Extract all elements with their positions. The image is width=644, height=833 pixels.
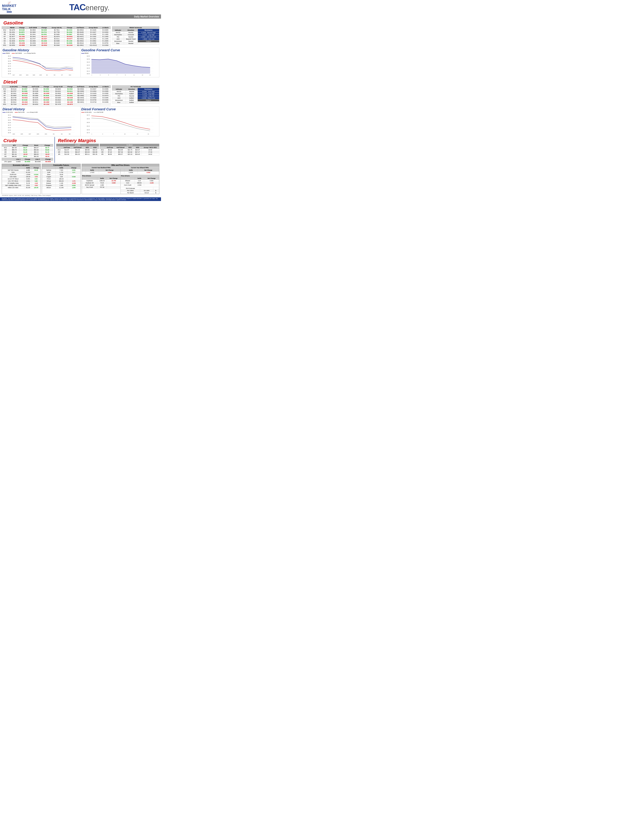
table-row: Nikkei 225 Index 28,240 125.00 bbox=[2, 187, 40, 189]
svg-text:10: 10 bbox=[124, 133, 126, 135]
rins-left: Current Year Biodiesel RINs SettleNet Ch… bbox=[82, 166, 121, 194]
table-row: Butane 1.130 -0.005 bbox=[42, 182, 80, 184]
gasoline-technicals: RBOB Technicals Indicator Direction Resi… bbox=[112, 26, 159, 47]
diesel-charts-row: Diesel History ULSD (HO) Gulf ULSD Group… bbox=[2, 106, 159, 136]
table-row: S&P 500 Futures 4,088 20.25 bbox=[2, 169, 40, 171]
diesel-title: Diesel bbox=[2, 78, 159, 85]
col-rbob: RBOB bbox=[8, 26, 17, 29]
table-row: DJIA 32,152 bbox=[2, 171, 40, 174]
col-date bbox=[2, 26, 8, 29]
svg-text:16: 16 bbox=[148, 133, 149, 135]
table-row: 9/12 $2.4479 $0.0148 $2.3832 $0.0150 $2.… bbox=[2, 29, 111, 31]
logo-text: MARKETTALK bbox=[2, 4, 16, 11]
table-row: Bias:Neutral bbox=[112, 42, 159, 45]
daily-overview-text: Daily Market Overview bbox=[134, 15, 159, 18]
table-row: CPL space 0.0055 $0.0055 -$0.0048 -$0.00… bbox=[2, 161, 53, 163]
table-row: Per Barrel$ 8.19$ - bbox=[121, 192, 159, 194]
footer-sources: *SOURCES: Nymex, CBOT, NYSE, ICE, NASDAQ… bbox=[0, 194, 161, 197]
svg-text:$2.95: $2.95 bbox=[8, 61, 11, 62]
crude-title: Crude bbox=[2, 137, 53, 144]
table-row: StochasticsOversold3.1427 Aug High bbox=[112, 34, 159, 36]
table-row: 9/6 $3.5738 -$0.0042 $3.5335 -$0.0035 $3… bbox=[2, 97, 111, 99]
table-row: 9/9$12.81$62.97$29.53$32.88 bbox=[56, 151, 99, 153]
table-row: StochasticsBullish4.1154 Aug High bbox=[112, 93, 159, 95]
page-header: 📈 MARKETTALK ▮▮▮▮▮ TACenergy. bbox=[0, 0, 161, 14]
svg-text:13: 13 bbox=[142, 74, 143, 76]
rins-title: RINs and Price Drivers bbox=[82, 164, 159, 166]
economic-indicators-box: Economic Indicators Settle Change S&P 50… bbox=[2, 164, 41, 194]
svg-text:9: 9 bbox=[125, 74, 126, 76]
refinery-title: Refinery Margins bbox=[56, 137, 159, 144]
svg-text:9/10: 9/10 bbox=[69, 74, 71, 76]
gasoline-price-table: RBOB Change Gulf CBOB Change Group Sub N… bbox=[2, 26, 111, 47]
svg-text:$2.20: $2.20 bbox=[87, 68, 90, 69]
svg-text:8/25: 8/25 bbox=[21, 133, 23, 135]
rins-right: Current Year Ethanol RINs SettleNet Chan… bbox=[121, 166, 159, 194]
col-change1: Change bbox=[17, 26, 27, 29]
bottom-section: Economic Indicators Settle Change S&P 50… bbox=[2, 164, 159, 194]
table-row: Bias:Bullish bbox=[112, 101, 159, 104]
svg-text:$3.15: $3.15 bbox=[8, 55, 11, 57]
table-row: 9/12$12.67$61.04$28.80$32.02 bbox=[56, 149, 99, 151]
col-la-basis: LA Basis bbox=[100, 26, 111, 29]
col-gulf-basis: Gulf Basis bbox=[74, 26, 86, 29]
table-row: MomentumBullishSupport bbox=[112, 99, 159, 101]
table-row: 9/9 $86.79 $3.26 $92.84 $3.69 bbox=[2, 149, 53, 151]
table-row: 9/1 $3.5612 -$0.1542 $3.5211 -$0.1082 $3… bbox=[2, 101, 111, 103]
table-row: 9/7 $2.3077 -$0.1082 $2.2641 -$0.1117 $2… bbox=[2, 35, 111, 38]
table-row: USD Index 109.00 -0.93 bbox=[2, 176, 40, 178]
economic-header: Economic Indicators bbox=[2, 164, 40, 166]
table-row: Bitcoin 21,345 1,005 bbox=[42, 187, 80, 189]
price-drivers-left-table: SettleNet Change Soybeans1489.25-16.750 … bbox=[82, 177, 121, 188]
svg-text:$2.10: $2.10 bbox=[87, 71, 90, 72]
svg-text:1: 1 bbox=[92, 74, 92, 76]
d-col-group-ulsd: Group ULSD bbox=[51, 85, 65, 88]
tech-col-direction: Direction bbox=[124, 29, 138, 32]
table-row: MomentumNeutralSupport bbox=[112, 40, 159, 42]
diesel-tech-title: HO Technicals bbox=[112, 85, 159, 88]
svg-text:$3.30: $3.30 bbox=[87, 122, 90, 123]
market-talk-logo: 📈 MARKETTALK ▮▮▮▮▮ bbox=[2, 2, 16, 13]
table-row: 1.7475 -0.002 bbox=[82, 172, 121, 174]
svg-text:8/29: 8/29 bbox=[37, 133, 39, 135]
gasoline-history-legend: RBOB Gulf CBOB Group Sub NL bbox=[3, 53, 80, 54]
gasoline-history-title: Gasoline History bbox=[3, 48, 80, 52]
table-row: RVO Estimate bbox=[121, 187, 159, 190]
svg-text:$3.60: $3.60 bbox=[8, 127, 11, 128]
diesel-forward-legend: ULSD (HO) Gulf ULSD bbox=[81, 111, 159, 113]
svg-text:$3.90: $3.90 bbox=[8, 119, 11, 121]
col-gulf-cbob: Gulf CBOB bbox=[27, 26, 39, 29]
svg-text:$2.30: $2.30 bbox=[87, 64, 90, 66]
d-col-ulsd: ULSD (HO) bbox=[8, 85, 20, 88]
table-row: 9/7 $81.94 -$4.94 $88.00 -$4.83 bbox=[2, 153, 53, 155]
crude-refinery-section: Crude WTI Change Brent Change 9/12 $87.3… bbox=[2, 137, 159, 163]
table-row: Gold 1,716 11.5 bbox=[42, 171, 80, 174]
energy-text: energy. bbox=[85, 3, 109, 12]
svg-text:9/2: 9/2 bbox=[53, 133, 55, 135]
gasoline-section: Gasoline RBOB Change Gulf CBOB Change Gr… bbox=[0, 19, 161, 47]
price-drivers-left-title: Price Drivers bbox=[82, 175, 121, 177]
gasoline-data-area: RBOB Change Gulf CBOB Change Group Sub N… bbox=[2, 26, 159, 47]
logo-bars-icon: ▮▮▮▮▮ bbox=[7, 11, 12, 13]
svg-text:1: 1 bbox=[92, 133, 92, 135]
svg-text:7: 7 bbox=[113, 133, 114, 135]
table-row: S&P Volatility Index (VIX) 23.61 -0.82 bbox=[2, 184, 40, 187]
ethanol-title: Current Year Ethanol RINs bbox=[121, 166, 159, 169]
table-row: Soybean Oil70.25-0.860 bbox=[82, 182, 121, 184]
table-row: 9/8 $83.54 $1.60 $89.15 $1.15 bbox=[2, 151, 53, 153]
svg-text:$2.00: $2.00 bbox=[87, 73, 90, 74]
gasoline-forward-title: Gasoline Forward Curve bbox=[81, 48, 159, 52]
col-group-sub-nl: Group Sub NL bbox=[49, 26, 64, 29]
price-drivers-right-table: SettleNet Change Ethanol2.160.000 Corn69… bbox=[121, 177, 159, 186]
diesel-section: Diesel ULSD (HO) Change Gulf ULSD Change… bbox=[0, 78, 161, 105]
refinery-vs-wti: Vs WTI Gulf Gas Gulf Diesel 3/2/1 5/3/2 … bbox=[56, 144, 99, 155]
refinery-section: Refinery Margins Vs WTI Gulf Gas Gulf Di… bbox=[55, 137, 159, 163]
gasoline-forward-chart: Gasoline Forward Curve RBOB $2.60 $2.50 … bbox=[80, 48, 159, 77]
svg-text:8/20: 8/20 bbox=[13, 133, 15, 135]
refinery-tables: Vs WTI Gulf Gas Gulf Diesel 3/2/1 5/3/2 … bbox=[56, 144, 159, 155]
svg-text:11: 11 bbox=[133, 74, 135, 76]
svg-text:$3.05: $3.05 bbox=[8, 58, 11, 59]
table-row: 8/31 $2.6059 -$0.0885 $2.3169 -$0.0932 $… bbox=[2, 44, 111, 47]
col-change2: Change bbox=[39, 26, 49, 29]
svg-text:15: 15 bbox=[149, 74, 151, 76]
